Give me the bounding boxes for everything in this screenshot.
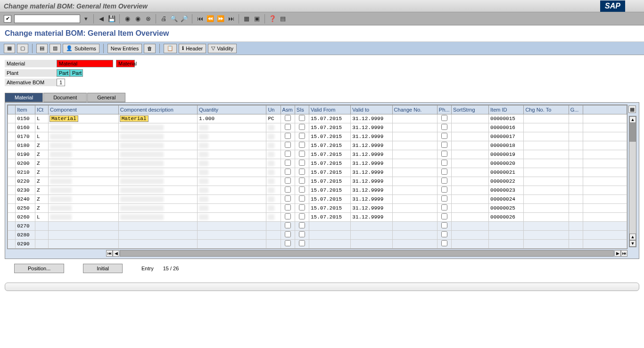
cell-chg-no-to[interactable] [524,123,569,132]
cell-valid-to[interactable]: 31.12.9999 [351,132,392,141]
cell-change-no[interactable] [392,204,437,213]
cell-g[interactable] [569,141,583,150]
cell-chg-no-to[interactable] [524,177,569,186]
col-ph[interactable]: Ph... [437,105,451,114]
scroll-right-end-icon[interactable]: ⏭ [621,250,627,257]
print-icon[interactable]: 🖨 [159,14,168,24]
col-item-id[interactable]: Item ID [489,105,524,114]
cell-qty[interactable]: xxx [198,213,266,222]
enter-icon[interactable]: ✔ [4,15,11,23]
cell-valid-to[interactable]: 31.12.9999 [351,159,392,168]
cell-asm[interactable] [281,177,295,186]
cell-asm[interactable] [281,204,295,213]
table-row[interactable]: 0230Zxxxxxxxxxxx xxxx xxxxxxxxx15.07.201… [8,186,627,195]
cell-ict[interactable]: Z [35,204,49,213]
scroll-right-icon[interactable]: ▶ [614,250,621,257]
table-row[interactable]: 0200Zxxxxxxxxxxx xxxx xxxxxxxxx15.07.201… [8,159,627,168]
cell-un[interactable]: xx [266,132,281,141]
cell-component[interactable]: xxxxxxx [48,132,118,141]
cell-ict[interactable]: L [35,123,49,132]
cell-g[interactable] [569,150,583,159]
cell-comp-desc[interactable]: xxxx xxxx xxxx [118,141,197,150]
cell-item[interactable]: 0240 [16,195,35,204]
cell-valid-to[interactable] [351,222,392,231]
cell-chg-no-to[interactable] [524,141,569,150]
row-selector[interactable] [8,132,16,141]
back-icon[interactable]: ◀ [97,14,106,24]
row-selector[interactable] [8,222,16,231]
cell-sortstrng[interactable] [452,141,489,150]
cell-g[interactable] [569,177,583,186]
cell-ict[interactable]: L [35,132,49,141]
cell-sortstrng[interactable] [452,159,489,168]
cell-chg-no-to[interactable] [524,240,569,249]
cell-asm[interactable] [281,186,295,195]
back-arrow-icon[interactable]: ◉ [123,14,132,24]
cell-valid-from[interactable] [309,231,351,240]
cell-item[interactable]: 0200 [16,159,35,168]
cell-valid-to[interactable]: 31.12.9999 [351,123,392,132]
cell-sortstrng[interactable] [452,213,489,222]
cell-change-no[interactable] [392,114,437,123]
cell-item-id[interactable]: 00000021 [489,168,524,177]
cell-sis[interactable] [295,114,309,123]
copy-button[interactable]: 📋 [164,44,177,53]
cell-qty[interactable]: xxx [198,195,266,204]
cell-valid-from[interactable]: 15.07.2015 [309,150,351,159]
cell-valid-to[interactable]: 31.12.9999 [351,150,392,159]
cell-asm[interactable] [281,231,295,240]
cell-asm[interactable] [281,159,295,168]
cell-qty[interactable] [198,240,266,249]
cell-asm[interactable] [281,123,295,132]
cell-item[interactable]: 0160 [16,123,35,132]
cell-item[interactable]: 0210 [16,168,35,177]
col-change-no[interactable]: Change No. [392,105,437,114]
col-asm[interactable]: Asm [281,105,295,114]
cell-ph[interactable] [437,132,451,141]
table-row[interactable]: 0170Lxxxxxxxxxxx xxxx xxxxxxxxx15.07.201… [8,132,627,141]
cell-tail[interactable] [583,168,627,177]
cell-qty[interactable]: xxx [198,141,266,150]
cell-asm[interactable] [281,114,295,123]
cell-un[interactable]: xx [266,195,281,204]
cell-valid-to[interactable]: 31.12.9999 [351,213,392,222]
cell-item-id[interactable]: 00000017 [489,132,524,141]
scroll-up-icon[interactable]: ▲ [629,116,636,123]
cell-item[interactable]: 0270 [16,222,35,231]
table-row[interactable]: 0150LMaterialMaterial1.000PC15.07.201531… [8,114,627,123]
cell-comp-desc[interactable]: xxxx xxxx xxxx [118,123,197,132]
cell-item[interactable]: 0290 [16,240,35,249]
cell-change-no[interactable] [392,240,437,249]
save-icon[interactable]: 💾 [107,14,116,24]
cell-qty[interactable]: xxx [198,132,266,141]
cell-sortstrng[interactable] [452,123,489,132]
cell-valid-from[interactable]: 15.07.2015 [309,213,351,222]
cell-asm[interactable] [281,240,295,249]
cell-ph[interactable] [437,141,451,150]
cell-valid-from[interactable]: 15.07.2015 [309,204,351,213]
cell-sortstrng[interactable] [452,222,489,231]
cell-comp-desc[interactable]: xxxx xxxx xxxx [118,204,197,213]
cell-item-id[interactable]: 00000016 [489,123,524,132]
cell-comp-desc[interactable]: Material [118,114,197,123]
scroll-left-icon[interactable]: ◀ [113,250,119,257]
cell-ict[interactable]: Z [35,168,49,177]
cell-chg-no-to[interactable] [524,132,569,141]
cell-ph[interactable] [437,168,451,177]
col-g[interactable]: G... [569,105,583,114]
cell-asm[interactable] [281,213,295,222]
table-row[interactable]: 0180Zxxxxxxxxxxx xxxx xxxxxxxxx15.07.201… [8,141,627,150]
cell-item-id[interactable] [489,240,524,249]
col-chg-no-to[interactable]: Chg No. To [524,105,569,114]
cell-ict[interactable]: Z [35,195,49,204]
cell-comp-desc[interactable] [118,240,197,249]
cell-change-no[interactable] [392,132,437,141]
new-entries-button[interactable]: New Entries [107,44,142,53]
find-icon[interactable]: 🔍 [169,14,179,24]
cell-un[interactable]: xx [266,186,281,195]
cell-un[interactable]: xx [266,213,281,222]
cell-valid-to[interactable]: 31.12.9999 [351,186,392,195]
tab-material[interactable]: Material [5,93,43,102]
cell-sis[interactable] [295,159,309,168]
cell-asm[interactable] [281,195,295,204]
